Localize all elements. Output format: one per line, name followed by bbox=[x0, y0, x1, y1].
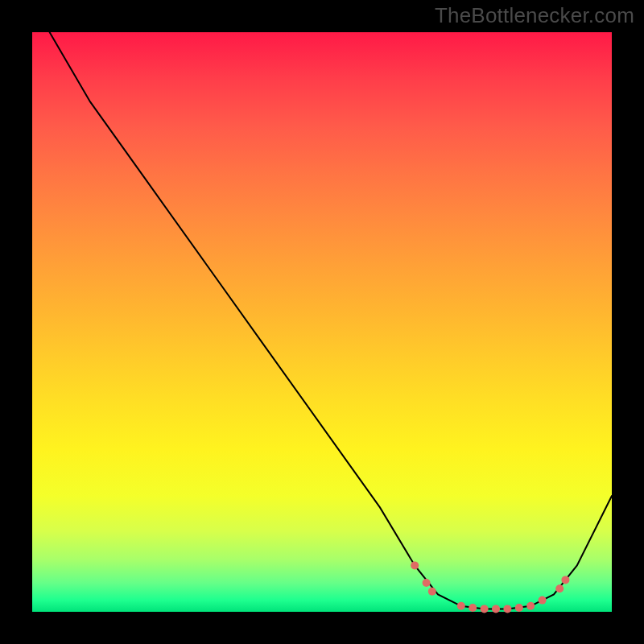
watermark-text: TheBottlenecker.com bbox=[435, 3, 634, 28]
curve-marker bbox=[539, 597, 547, 605]
curve-group bbox=[50, 32, 612, 609]
bottleneck-curve bbox=[50, 32, 612, 609]
curve-marker bbox=[492, 605, 500, 613]
curve-marker bbox=[503, 605, 511, 613]
curve-marker bbox=[555, 584, 564, 592]
curve-marker bbox=[428, 588, 436, 596]
curve-marker bbox=[411, 561, 419, 569]
curve-marker bbox=[561, 576, 569, 584]
curve-marker bbox=[469, 604, 477, 612]
curve-marker bbox=[526, 602, 535, 610]
markers-group bbox=[411, 561, 569, 613]
curve-marker bbox=[457, 602, 465, 610]
curve-marker bbox=[423, 579, 431, 587]
curve-marker bbox=[481, 605, 489, 613]
curve-marker bbox=[515, 604, 523, 612]
chart-frame: TheBottlenecker.com bbox=[0, 0, 644, 644]
chart-svg bbox=[32, 32, 612, 612]
